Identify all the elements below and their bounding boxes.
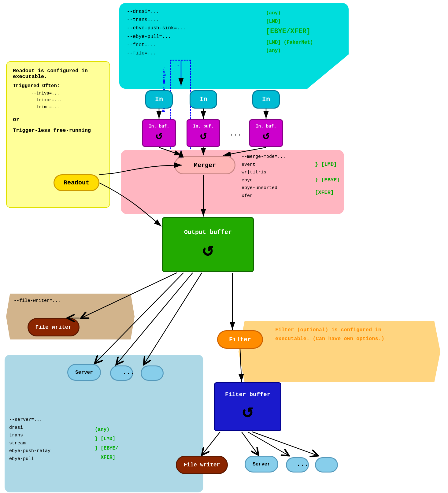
diagram-container: Readout is configured in executable. Tri… (0, 0, 448, 493)
file-writer-box-2: File writer (176, 456, 228, 474)
file-writer-box-1: File writer (28, 318, 80, 336)
svg-line-14 (202, 432, 220, 455)
arrow-down-dashed: → (175, 62, 182, 66)
readout-box: Readout (54, 174, 99, 191)
server-dots-2: ... (297, 460, 309, 468)
inbuf-box-3: In. buf. ↺ (249, 119, 283, 147)
triggered-params: --triva=... --trixor=... --trimi=... (31, 90, 103, 110)
svg-line-15 (242, 432, 258, 455)
server-labels: (any) } [LMD] } [EBYE/ XFER] (95, 425, 118, 462)
svg-line-17 (252, 432, 318, 456)
svg-line-16 (248, 432, 289, 456)
in-box-2: In (190, 90, 217, 109)
inbuf-dots: ... (229, 130, 242, 138)
cyan-labels: (any) [LMD] [EBYE/XFER] [LMD] (FakerNet)… (266, 9, 313, 55)
file-writer-param: --file-writer=... (14, 298, 61, 303)
server-dots: ... (122, 369, 135, 376)
inbuf-box-1: In. buf. ↺ (142, 119, 176, 147)
server-box-small-2 (141, 365, 164, 381)
merger-box: Merger (174, 156, 235, 174)
server-box-1: Server (67, 364, 101, 381)
output-buffer-box: Output buffer ↺ (162, 217, 254, 272)
or-label: or (13, 117, 103, 123)
merge-labels: } [LMD] } [EBYE] [XFER] (315, 158, 340, 199)
server-params: --server=... drasi trans stream ebye-pus… (9, 416, 50, 463)
filter-description: Filter (optional) is configured in execu… (275, 326, 398, 343)
inbuf-box-2: In. buf. ↺ (187, 119, 220, 147)
filter-box: Filter (217, 330, 263, 349)
svg-line-11 (144, 273, 202, 365)
in-box-1: In (145, 90, 173, 109)
merge-mode-params: --merge-mode=... event wr|titris ebye eb… (242, 153, 286, 200)
in-box-3: In (252, 90, 280, 109)
triggerless-label: Trigger-less free-running (13, 128, 103, 133)
cyan-params: --drasi=... --trans=... --ebye-push-sink… (127, 8, 186, 57)
triggered-label: Triggered Often: (13, 83, 103, 89)
readout-config-title: Readout is configured in executable. (13, 68, 103, 80)
server-box-2: Server (245, 456, 278, 473)
filter-buffer-box: Filter buffer ↺ (214, 382, 281, 431)
server-box-small-4 (315, 457, 338, 473)
